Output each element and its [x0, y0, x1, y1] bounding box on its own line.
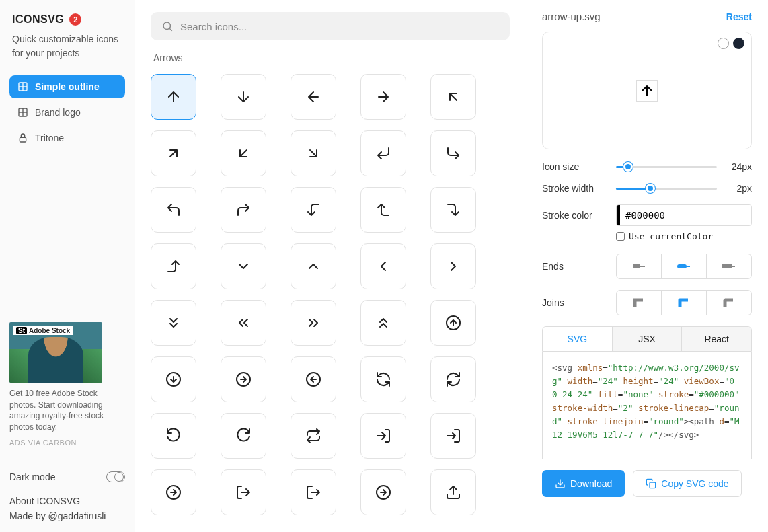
icon-tile-refresh-cw[interactable]: [430, 356, 476, 402]
icon-tile-corner-right-down[interactable]: [430, 187, 476, 233]
icon-tile-log-in-alt[interactable]: [430, 413, 476, 459]
color-label: Stroke color: [542, 210, 616, 221]
icon-tile-rotate-ccw[interactable]: [151, 413, 196, 459]
size-slider[interactable]: [616, 166, 717, 168]
tagline: Quick customizable icons for your projec…: [12, 32, 125, 61]
icon-tile-arrow-left[interactable]: [291, 74, 336, 120]
nav: Simple outline Brand logo Tritone: [9, 75, 125, 149]
stroke-width-row: Stroke width 2px: [542, 183, 752, 194]
icon-tile-chevrons-up[interactable]: [360, 300, 406, 346]
icon-tile-chevrons-left[interactable]: [221, 300, 266, 346]
stroke-color-row: Stroke color: [542, 204, 752, 226]
logo: ICONSVG: [12, 13, 64, 26]
svg-rect-6: [20, 137, 26, 142]
icon-tile-arrow-right-circle[interactable]: [221, 356, 266, 402]
category-title: Arrows: [153, 52, 510, 63]
tab-react[interactable]: React: [681, 327, 751, 351]
nav-tritone[interactable]: Tritone: [9, 126, 125, 149]
search-input[interactable]: [180, 21, 499, 32]
icon-tile-arrow-down-left[interactable]: [221, 130, 266, 176]
svg-point-7: [163, 22, 171, 30]
ad-via: ADS VIA CARBON: [9, 439, 125, 447]
icon-grid: [151, 74, 510, 515]
size-label: Icon size: [542, 161, 616, 172]
icon-tile-corner-left-down[interactable]: [291, 187, 336, 233]
icon-tile-external[interactable]: [360, 469, 406, 515]
download-button[interactable]: Download: [542, 470, 625, 497]
icon-tile-log-out-alt[interactable]: [291, 469, 336, 515]
ends-round-button[interactable]: [661, 254, 706, 278]
ends-butt-button[interactable]: [617, 254, 661, 278]
lock-icon: [17, 132, 28, 143]
madeby-link[interactable]: Made by @gaddafirusli: [9, 510, 125, 521]
icon-tile-log-out[interactable]: [221, 469, 266, 515]
icon-tile-corner-up-right[interactable]: [221, 187, 266, 233]
preview-dark-button[interactable]: [733, 38, 744, 49]
nav-label: Brand logo: [35, 107, 81, 118]
joins-round-button[interactable]: [661, 291, 706, 315]
icon-tile-arrow-up-circle[interactable]: [430, 300, 476, 346]
search-bar[interactable]: [151, 12, 510, 40]
joins-bevel-button[interactable]: [706, 291, 751, 315]
joins-label: Joins: [542, 297, 616, 308]
icon-tile-log-in[interactable]: [360, 413, 406, 459]
ends-row: Ends: [542, 254, 752, 279]
color-input[interactable]: [620, 205, 751, 225]
icon-tile-arrow-up-left[interactable]: [430, 74, 476, 120]
notification-badge[interactable]: 2: [69, 13, 81, 26]
icon-tile-corner-right-up[interactable]: [151, 243, 196, 289]
icon-tile-arrow-down-circle[interactable]: [151, 356, 196, 402]
reset-button[interactable]: Reset: [726, 11, 752, 22]
divider: [9, 459, 125, 459]
nav-label: Tritone: [35, 132, 64, 143]
icon-tile-upload[interactable]: [430, 469, 476, 515]
icon-tile-chevron-left[interactable]: [360, 243, 406, 289]
icon-tile-chevrons-down[interactable]: [151, 300, 196, 346]
code-output[interactable]: <svg xmlns="http://www.w3.org/2000/svg" …: [542, 352, 752, 459]
dark-mode-toggle[interactable]: [106, 471, 125, 482]
icon-tile-rotate-cw[interactable]: [221, 413, 266, 459]
tab-svg[interactable]: SVG: [543, 327, 612, 351]
svg-line-8: [169, 28, 172, 31]
icon-tile-chevron-up[interactable]: [291, 243, 336, 289]
use-currentcolor-checkbox[interactable]: [616, 232, 625, 241]
sidebar: ICONSVG 2 Quick customizable icons for y…: [0, 0, 135, 532]
detail-panel: arrow-up.svg Reset Icon size 24px Stroke…: [526, 0, 768, 532]
icon-size-row: Icon size 24px: [542, 161, 752, 172]
copy-button[interactable]: Copy SVG code: [633, 470, 741, 497]
tab-jsx[interactable]: JSX: [612, 327, 682, 351]
ends-square-button[interactable]: [706, 254, 751, 278]
icon-tile-chevrons-right[interactable]: [291, 300, 336, 346]
about-link[interactable]: About ICONSVG: [9, 496, 125, 506]
icon-tile-arrow-down[interactable]: [221, 74, 266, 120]
nav-simple-outline[interactable]: Simple outline: [9, 75, 125, 98]
main: Arrows: [135, 0, 526, 532]
icon-tile-arrow-right[interactable]: [360, 74, 406, 120]
icon-tile-enter[interactable]: [151, 469, 196, 515]
icon-tile-corner-left-up[interactable]: [360, 187, 406, 233]
icon-tile-corner-down-right[interactable]: [430, 130, 476, 176]
icon-tile-refresh-ccw[interactable]: [360, 356, 406, 402]
icon-tile-arrow-up-right[interactable]: [151, 130, 196, 176]
icon-tile-arrow-down-right[interactable]: [291, 130, 336, 176]
dark-mode-label: Dark mode: [9, 471, 55, 482]
ends-label: Ends: [542, 261, 616, 272]
filename: arrow-up.svg: [542, 11, 601, 22]
nav-brand-logo[interactable]: Brand logo: [9, 101, 125, 124]
icon-tile-arrow-up[interactable]: [151, 74, 196, 120]
size-value: 24px: [725, 161, 752, 172]
ad-image: StAdobe Stock: [9, 322, 102, 383]
stroke-label: Stroke width: [542, 183, 616, 194]
joins-miter-button[interactable]: [617, 291, 661, 315]
icon-tile-chevron-right[interactable]: [430, 243, 476, 289]
stroke-slider[interactable]: [616, 188, 717, 190]
icon-tile-corner-up-left[interactable]: [151, 187, 196, 233]
grid-icon: [17, 107, 28, 118]
icon-tile-arrow-left-circle[interactable]: [291, 356, 336, 402]
preview-light-button[interactable]: [718, 38, 729, 49]
icon-tile-chevron-down[interactable]: [221, 243, 266, 289]
icon-tile-repeat[interactable]: [291, 413, 336, 459]
icon-tile-corner-down-left[interactable]: [360, 130, 406, 176]
ad-block[interactable]: StAdobe Stock Get 10 free Adobe Stock ph…: [9, 322, 125, 447]
preview-icon: [636, 80, 658, 102]
